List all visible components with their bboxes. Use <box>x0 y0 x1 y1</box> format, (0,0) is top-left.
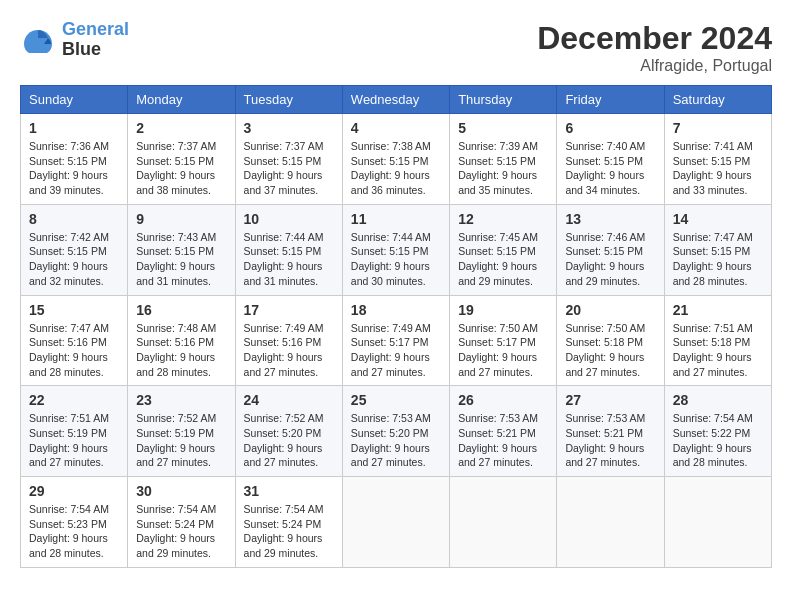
calendar-week-row: 1Sunrise: 7:36 AMSunset: 5:15 PMDaylight… <box>21 114 772 205</box>
day-info: Sunrise: 7:53 AMSunset: 5:20 PMDaylight:… <box>351 411 441 470</box>
day-info: Sunrise: 7:54 AMSunset: 5:24 PMDaylight:… <box>244 502 334 561</box>
day-number: 2 <box>136 120 226 136</box>
calendar-cell: 23Sunrise: 7:52 AMSunset: 5:19 PMDayligh… <box>128 386 235 477</box>
calendar-cell: 8Sunrise: 7:42 AMSunset: 5:15 PMDaylight… <box>21 204 128 295</box>
calendar-header-row: SundayMondayTuesdayWednesdayThursdayFrid… <box>21 86 772 114</box>
calendar-week-row: 15Sunrise: 7:47 AMSunset: 5:16 PMDayligh… <box>21 295 772 386</box>
day-info: Sunrise: 7:52 AMSunset: 5:19 PMDaylight:… <box>136 411 226 470</box>
calendar-cell <box>664 477 771 568</box>
day-info: Sunrise: 7:54 AMSunset: 5:24 PMDaylight:… <box>136 502 226 561</box>
day-info: Sunrise: 7:48 AMSunset: 5:16 PMDaylight:… <box>136 321 226 380</box>
weekday-header-saturday: Saturday <box>664 86 771 114</box>
calendar-cell: 28Sunrise: 7:54 AMSunset: 5:22 PMDayligh… <box>664 386 771 477</box>
weekday-header-tuesday: Tuesday <box>235 86 342 114</box>
day-number: 19 <box>458 302 548 318</box>
day-info: Sunrise: 7:46 AMSunset: 5:15 PMDaylight:… <box>565 230 655 289</box>
day-number: 22 <box>29 392 119 408</box>
weekday-header-monday: Monday <box>128 86 235 114</box>
day-number: 1 <box>29 120 119 136</box>
calendar-week-row: 8Sunrise: 7:42 AMSunset: 5:15 PMDaylight… <box>21 204 772 295</box>
page-header: General Blue December 2024 Alfragide, Po… <box>20 20 772 75</box>
day-number: 4 <box>351 120 441 136</box>
calendar-cell: 25Sunrise: 7:53 AMSunset: 5:20 PMDayligh… <box>342 386 449 477</box>
day-info: Sunrise: 7:38 AMSunset: 5:15 PMDaylight:… <box>351 139 441 198</box>
calendar-week-row: 29Sunrise: 7:54 AMSunset: 5:23 PMDayligh… <box>21 477 772 568</box>
calendar-week-row: 22Sunrise: 7:51 AMSunset: 5:19 PMDayligh… <box>21 386 772 477</box>
calendar-cell: 21Sunrise: 7:51 AMSunset: 5:18 PMDayligh… <box>664 295 771 386</box>
calendar-cell: 22Sunrise: 7:51 AMSunset: 5:19 PMDayligh… <box>21 386 128 477</box>
day-info: Sunrise: 7:50 AMSunset: 5:17 PMDaylight:… <box>458 321 548 380</box>
weekday-header-wednesday: Wednesday <box>342 86 449 114</box>
day-info: Sunrise: 7:54 AMSunset: 5:22 PMDaylight:… <box>673 411 763 470</box>
calendar-cell: 20Sunrise: 7:50 AMSunset: 5:18 PMDayligh… <box>557 295 664 386</box>
day-number: 3 <box>244 120 334 136</box>
day-info: Sunrise: 7:44 AMSunset: 5:15 PMDaylight:… <box>244 230 334 289</box>
calendar-cell: 11Sunrise: 7:44 AMSunset: 5:15 PMDayligh… <box>342 204 449 295</box>
day-number: 14 <box>673 211 763 227</box>
day-info: Sunrise: 7:43 AMSunset: 5:15 PMDaylight:… <box>136 230 226 289</box>
day-number: 23 <box>136 392 226 408</box>
logo: General Blue <box>20 20 129 60</box>
day-number: 20 <box>565 302 655 318</box>
calendar-cell: 6Sunrise: 7:40 AMSunset: 5:15 PMDaylight… <box>557 114 664 205</box>
calendar-cell: 30Sunrise: 7:54 AMSunset: 5:24 PMDayligh… <box>128 477 235 568</box>
calendar-cell: 15Sunrise: 7:47 AMSunset: 5:16 PMDayligh… <box>21 295 128 386</box>
day-number: 17 <box>244 302 334 318</box>
day-info: Sunrise: 7:45 AMSunset: 5:15 PMDaylight:… <box>458 230 548 289</box>
calendar-cell: 18Sunrise: 7:49 AMSunset: 5:17 PMDayligh… <box>342 295 449 386</box>
calendar-cell: 13Sunrise: 7:46 AMSunset: 5:15 PMDayligh… <box>557 204 664 295</box>
day-number: 8 <box>29 211 119 227</box>
day-number: 18 <box>351 302 441 318</box>
calendar-cell: 3Sunrise: 7:37 AMSunset: 5:15 PMDaylight… <box>235 114 342 205</box>
logo-icon <box>20 26 56 54</box>
calendar-cell: 9Sunrise: 7:43 AMSunset: 5:15 PMDaylight… <box>128 204 235 295</box>
day-number: 27 <box>565 392 655 408</box>
day-number: 26 <box>458 392 548 408</box>
day-info: Sunrise: 7:37 AMSunset: 5:15 PMDaylight:… <box>244 139 334 198</box>
day-number: 31 <box>244 483 334 499</box>
day-info: Sunrise: 7:40 AMSunset: 5:15 PMDaylight:… <box>565 139 655 198</box>
calendar-cell: 17Sunrise: 7:49 AMSunset: 5:16 PMDayligh… <box>235 295 342 386</box>
day-info: Sunrise: 7:36 AMSunset: 5:15 PMDaylight:… <box>29 139 119 198</box>
calendar-cell: 5Sunrise: 7:39 AMSunset: 5:15 PMDaylight… <box>450 114 557 205</box>
calendar-cell: 27Sunrise: 7:53 AMSunset: 5:21 PMDayligh… <box>557 386 664 477</box>
day-info: Sunrise: 7:37 AMSunset: 5:15 PMDaylight:… <box>136 139 226 198</box>
day-info: Sunrise: 7:47 AMSunset: 5:16 PMDaylight:… <box>29 321 119 380</box>
day-info: Sunrise: 7:39 AMSunset: 5:15 PMDaylight:… <box>458 139 548 198</box>
day-number: 16 <box>136 302 226 318</box>
weekday-header-thursday: Thursday <box>450 86 557 114</box>
day-number: 21 <box>673 302 763 318</box>
calendar-cell: 31Sunrise: 7:54 AMSunset: 5:24 PMDayligh… <box>235 477 342 568</box>
day-number: 30 <box>136 483 226 499</box>
calendar-cell <box>342 477 449 568</box>
day-number: 6 <box>565 120 655 136</box>
calendar-cell: 7Sunrise: 7:41 AMSunset: 5:15 PMDaylight… <box>664 114 771 205</box>
calendar-cell: 10Sunrise: 7:44 AMSunset: 5:15 PMDayligh… <box>235 204 342 295</box>
day-info: Sunrise: 7:51 AMSunset: 5:19 PMDaylight:… <box>29 411 119 470</box>
day-number: 13 <box>565 211 655 227</box>
day-number: 25 <box>351 392 441 408</box>
day-info: Sunrise: 7:49 AMSunset: 5:17 PMDaylight:… <box>351 321 441 380</box>
calendar-cell: 24Sunrise: 7:52 AMSunset: 5:20 PMDayligh… <box>235 386 342 477</box>
weekday-header-friday: Friday <box>557 86 664 114</box>
day-info: Sunrise: 7:41 AMSunset: 5:15 PMDaylight:… <box>673 139 763 198</box>
month-title: December 2024 <box>537 20 772 57</box>
day-number: 15 <box>29 302 119 318</box>
calendar-cell: 16Sunrise: 7:48 AMSunset: 5:16 PMDayligh… <box>128 295 235 386</box>
day-number: 28 <box>673 392 763 408</box>
day-number: 7 <box>673 120 763 136</box>
calendar-cell <box>557 477 664 568</box>
day-info: Sunrise: 7:54 AMSunset: 5:23 PMDaylight:… <box>29 502 119 561</box>
calendar-cell: 1Sunrise: 7:36 AMSunset: 5:15 PMDaylight… <box>21 114 128 205</box>
day-number: 29 <box>29 483 119 499</box>
day-info: Sunrise: 7:47 AMSunset: 5:15 PMDaylight:… <box>673 230 763 289</box>
day-number: 12 <box>458 211 548 227</box>
calendar-cell: 14Sunrise: 7:47 AMSunset: 5:15 PMDayligh… <box>664 204 771 295</box>
day-number: 24 <box>244 392 334 408</box>
calendar-cell: 2Sunrise: 7:37 AMSunset: 5:15 PMDaylight… <box>128 114 235 205</box>
day-info: Sunrise: 7:50 AMSunset: 5:18 PMDaylight:… <box>565 321 655 380</box>
day-info: Sunrise: 7:51 AMSunset: 5:18 PMDaylight:… <box>673 321 763 380</box>
day-info: Sunrise: 7:49 AMSunset: 5:16 PMDaylight:… <box>244 321 334 380</box>
calendar-cell <box>450 477 557 568</box>
day-number: 10 <box>244 211 334 227</box>
